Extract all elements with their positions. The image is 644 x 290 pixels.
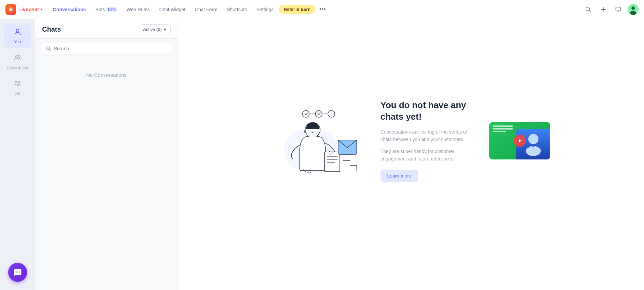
nav-icon-group <box>583 4 639 15</box>
beta-badge: Beta <box>106 7 117 12</box>
main-layout: You Unassigned A <box>0 19 644 290</box>
livechat-label: Livechat <box>18 6 39 12</box>
video-thumbnail[interactable] <box>489 122 550 159</box>
empty-state-description-2: They are super handy for customer engage… <box>381 148 469 163</box>
livechat-chevron-icon: ▾ <box>40 7 42 11</box>
svg-point-14 <box>302 110 309 117</box>
chats-panel: Chats Active (0) ≡ No Conversations <box>35 19 178 290</box>
video-doc-decoration <box>493 125 513 132</box>
search-icon <box>46 46 51 51</box>
no-conversations-message: No Conversations <box>35 58 178 91</box>
svg-point-9 <box>15 82 17 83</box>
sidebar-item-unassigned[interactable]: Unassigned <box>4 50 31 73</box>
svg-point-29 <box>17 272 18 273</box>
svg-point-26 <box>528 134 538 144</box>
sidebar-unassigned-label: Unassigned <box>7 65 28 70</box>
top-navigation: Livechat ▾ Conversations Bots Beta Web R… <box>0 0 644 19</box>
sidebar-you-label: You <box>14 39 21 44</box>
empty-state-title: You do not have any chats yet! <box>381 100 469 123</box>
main-content: You do not have any chats yet! Conversat… <box>178 19 644 290</box>
svg-point-6 <box>16 29 19 32</box>
app-logo <box>5 4 16 15</box>
nav-settings-label: Settings <box>256 7 274 12</box>
search-icon <box>585 6 591 13</box>
monitor-icon <box>615 6 621 13</box>
learn-more-button[interactable]: Learn more <box>381 170 419 182</box>
svg-point-30 <box>19 272 20 273</box>
svg-rect-2 <box>616 7 621 11</box>
doc-line-1 <box>493 125 513 127</box>
svg-point-8 <box>18 55 20 57</box>
svg-point-4 <box>631 6 635 10</box>
empty-text-section: You do not have any chats yet! Conversat… <box>381 100 469 182</box>
chats-header: Chats Active (0) ≡ <box>35 19 178 39</box>
chats-title: Chats <box>42 25 61 33</box>
all-icon <box>14 80 22 90</box>
nav-settings[interactable]: Settings <box>252 5 278 14</box>
nav-chat-form-label: Chat Form <box>195 7 217 12</box>
empty-state: You do not have any chats yet! Conversat… <box>258 86 564 195</box>
doc-line-2 <box>493 128 513 130</box>
nav-conversations-label: Conversations <box>53 7 86 12</box>
svg-point-11 <box>17 84 18 86</box>
search-input[interactable] <box>54 46 167 51</box>
svg-point-16 <box>315 110 322 117</box>
add-button[interactable] <box>598 4 609 15</box>
sidebar-item-you[interactable]: You <box>4 24 31 48</box>
svg-point-18 <box>328 110 335 117</box>
svg-rect-20 <box>325 152 340 172</box>
search-bar <box>41 43 172 54</box>
person-icon <box>14 28 22 38</box>
svg-point-1 <box>586 7 590 11</box>
monitor-button[interactable] <box>613 4 624 15</box>
plus-icon <box>600 6 606 13</box>
nav-more-button[interactable]: ••• <box>317 4 329 14</box>
svg-point-5 <box>630 11 636 15</box>
nav-chat-form[interactable]: Chat Form <box>191 5 221 14</box>
svg-point-7 <box>15 55 18 58</box>
sidebar-all-label: All <box>15 91 20 96</box>
search-button[interactable] <box>583 4 594 15</box>
svg-point-28 <box>16 272 17 273</box>
play-icon <box>517 138 522 143</box>
content-divider <box>178 209 644 209</box>
video-play-button[interactable] <box>514 135 526 147</box>
nav-web-rules[interactable]: Web Rules <box>123 5 154 14</box>
user-avatar[interactable] <box>628 4 639 15</box>
nav-chat-widget[interactable]: Chat Widget <box>155 5 189 14</box>
empty-state-description-1: Conversations are the log of the series … <box>381 128 469 143</box>
chat-bubble-icon <box>13 268 22 277</box>
doc-line-3 <box>493 131 506 132</box>
sidebar-item-all[interactable]: All <box>4 76 31 99</box>
nav-shortcuts-label: Shortcuts <box>227 7 247 12</box>
refer-earn-button[interactable]: Refer & Earn <box>279 5 315 14</box>
active-filter-label: Active (0) <box>143 27 162 32</box>
nav-bots[interactable]: Bots Beta <box>91 5 121 14</box>
nav-chat-widget-label: Chat Widget <box>159 7 185 12</box>
unassigned-icon <box>14 54 22 64</box>
icon-sidebar: You Unassigned A <box>0 19 35 290</box>
filter-icon: ≡ <box>164 27 166 32</box>
nav-links: Conversations Bots Beta Web Rules Chat W… <box>49 4 583 14</box>
nav-conversations[interactable]: Conversations <box>49 5 90 14</box>
active-filter-button[interactable]: Active (0) ≡ <box>139 24 171 34</box>
nav-bots-label: Bots <box>95 7 105 12</box>
floating-chat-button[interactable] <box>8 263 27 282</box>
svg-point-10 <box>18 82 20 83</box>
logo-area: Livechat ▾ <box>5 4 42 15</box>
empty-illustration <box>272 101 360 181</box>
nav-shortcuts[interactable]: Shortcuts <box>223 5 251 14</box>
livechat-dropdown-button[interactable]: Livechat ▾ <box>18 6 42 12</box>
nav-web-rules-label: Web Rules <box>127 7 150 12</box>
